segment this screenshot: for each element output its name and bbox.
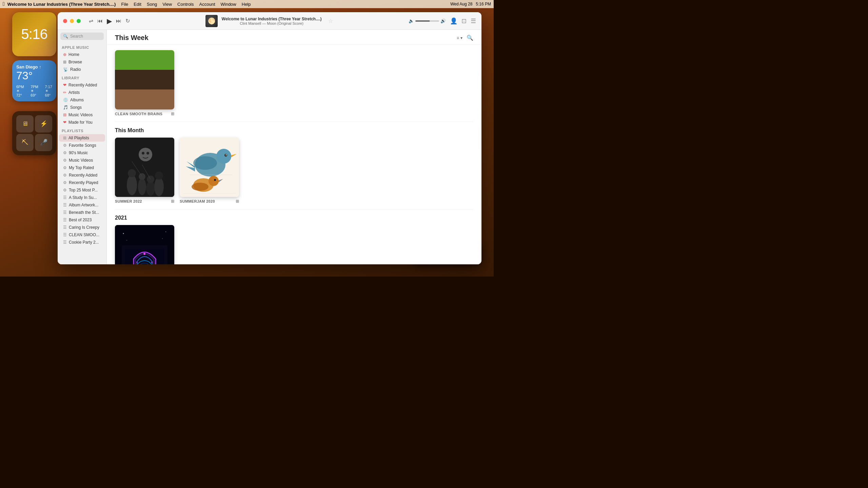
menubar:  Welcome to Lunar Industries (Three Yea… [0, 0, 494, 8]
sidebar-item-all-playlists[interactable]: ⊞ All Playlists [59, 134, 105, 142]
miniplayer-button[interactable]: ⊡ [461, 17, 467, 25]
sidebar-item-recently-added[interactable]: ❤ Recently Added [59, 81, 105, 89]
search-button[interactable]: 🔍 [467, 35, 473, 41]
menubar-right: Wed Aug 28 5:16 PM [450, 2, 491, 6]
account-button[interactable]: 👤 [450, 17, 457, 25]
menu-window[interactable]: Window [221, 2, 236, 7]
sidebar-item-radio[interactable]: 📡 Radio [59, 66, 105, 73]
shuffle-button[interactable]: ⇌ [89, 18, 93, 24]
top-25-icon: ⚙ [63, 188, 67, 192]
sidebar-item-browse[interactable]: ⊞ Browse [59, 58, 105, 66]
summer-2022-label: Summer 2022 ⊞ [115, 199, 174, 204]
window-titlebar: ⇌ ⏮ ▶ ⏭ ↻ 🌕 Welcome to Lunar Industries … [58, 12, 481, 30]
menu-edit[interactable]: Edit [134, 2, 141, 7]
svg-point-18 [193, 156, 217, 170]
sidebar-item-cookie-party-label: Cookie Party 2... [69, 240, 99, 245]
next-button[interactable]: ⏭ [116, 18, 121, 24]
queue-button[interactable]: ☰ [471, 17, 476, 25]
songs-icon: 🎵 [63, 105, 68, 110]
apple-menu[interactable]:  [3, 1, 5, 7]
svg-point-38 [136, 262, 138, 263]
playlist-options-icon[interactable]: ⊞ [171, 111, 174, 116]
summer-2022-options-icon[interactable]: ⊞ [171, 199, 174, 204]
clean-smooth-brains-card[interactable]: CLEAN SMOOTH BRAINS ⊞ [115, 50, 174, 116]
summerjam-options-icon[interactable]: ⊞ [236, 199, 239, 204]
beneath-icon: ☰ [63, 210, 67, 215]
widget-btn-3[interactable]: ⛏ [16, 134, 34, 151]
sidebar-item-made-for-you[interactable]: ❤ Made for You [59, 119, 105, 126]
sidebar-item-radio-label: Radio [70, 67, 81, 72]
sidebar-item-clean-smoo[interactable]: ☰ CLEAN SMOO... [59, 231, 105, 239]
sidebar-item-music-videos-label: Music Videos [68, 113, 93, 117]
svg-point-9 [139, 148, 152, 161]
mv-playlist-icon: ⚙ [63, 158, 67, 163]
prev-button[interactable]: ⏮ [97, 18, 103, 24]
sidebar-item-recently-added-pl[interactable]: ⚙ Recently Added [59, 171, 105, 179]
widget-btn-1[interactable]: 🖥 [16, 115, 34, 133]
menu-controls[interactable]: Controls [177, 2, 194, 7]
sidebar-item-music-videos[interactable]: ⊞ Music Videos [59, 111, 105, 119]
summer-2022-artwork [115, 138, 174, 197]
artists-icon: ✏ [63, 90, 66, 95]
all-playlists-icon: ⊞ [63, 136, 66, 140]
sidebar-item-my-top-rated-label: My Top Rated [69, 165, 94, 170]
sidebar-item-cookie-party[interactable]: ☰ Cookie Party 2... [59, 239, 105, 246]
sidebar-item-home-label: Home [68, 52, 79, 57]
widget-btn-2[interactable]: ⚡ [35, 115, 52, 133]
clean-smoo-icon: ☰ [63, 232, 67, 237]
transport-controls: ⇌ ⏮ ▶ ⏭ ↻ [89, 17, 130, 25]
sidebar-item-album-artwork[interactable]: ☰ Album Artwork... [59, 201, 105, 209]
volume-slider[interactable] [415, 20, 439, 22]
svg-point-7 [154, 177, 164, 196]
sidebar-item-favorite-songs[interactable]: ⚙ Favorite Songs [59, 142, 105, 149]
sidebar-item-90s-music[interactable]: ⚙ 90's Music [59, 149, 105, 157]
sidebar-item-music-videos-playlist-label: Music Videos [69, 158, 93, 163]
sidebar-item-best-of-2023[interactable]: ☰ Best of 2023 [59, 216, 105, 224]
menu-file[interactable]: File [121, 2, 128, 7]
fullscreen-button[interactable] [77, 19, 81, 23]
sidebar-item-home[interactable]: ⊕ Home [59, 51, 105, 58]
playlists-section-label: Playlists [58, 126, 106, 134]
widget-btn-4[interactable]: 🎤 [35, 134, 52, 151]
sidebar-item-albums[interactable]: 💿 Albums [59, 96, 105, 104]
clock-widget: 5:16 [12, 12, 56, 56]
caring-icon: ☰ [63, 225, 67, 230]
sidebar-item-beneath[interactable]: ☰ Beneath the St... [59, 209, 105, 216]
summer-2022-card[interactable]: Summer 2022 ⊞ [115, 138, 174, 204]
filter-button[interactable]: ≡ ▾ [457, 36, 462, 40]
svg-point-5 [146, 181, 155, 196]
menu-account[interactable]: Account [199, 2, 215, 7]
menu-view[interactable]: View [162, 2, 172, 7]
content-title: This Week [115, 34, 149, 42]
sidebar-item-favorite-songs-label: Favorite Songs [69, 143, 96, 148]
repeat-button[interactable]: ↻ [125, 18, 130, 24]
2021-grid [115, 225, 473, 264]
sidebar-item-caring-is-creepy[interactable]: ☰ Caring Is Creepy [59, 224, 105, 231]
sidebar-item-my-top-rated[interactable]: ⚙ My Top Rated [59, 164, 105, 171]
play-button[interactable]: ▶ [107, 17, 112, 25]
apple-music-section-label: Apple Music [58, 43, 106, 51]
svg-point-1 [127, 175, 137, 195]
sidebar-item-recently-played[interactable]: ⚙ Recently Played [59, 179, 105, 186]
close-button[interactable] [63, 19, 67, 23]
menu-song[interactable]: Song [147, 2, 157, 7]
sidebar-item-songs[interactable]: 🎵 Songs [59, 104, 105, 111]
sidebar-item-music-videos-playlist[interactable]: ⚙ Music Videos [59, 157, 105, 164]
summerjam-artwork [180, 138, 239, 197]
clean-smooth-name: CLEAN SMOOTH BRAINS [115, 112, 162, 116]
main-content: This Week ≡ ▾ 🔍 CLEAN SMOOTH B [107, 30, 481, 264]
minimize-button[interactable] [70, 19, 74, 23]
search-bar[interactable]: 🔍 Search [60, 33, 104, 40]
sidebar-item-artists[interactable]: ✏ Artists [59, 89, 105, 96]
clean-smooth-artwork [115, 50, 174, 109]
summerjam-2020-card[interactable]: SUMMERJAM 2020 ⊞ [180, 138, 239, 204]
favorite-star[interactable]: ☆ [328, 18, 333, 24]
this-month-grid: Summer 2022 ⊞ [115, 138, 473, 204]
sidebar-item-study[interactable]: ☰ A Study In Su... [59, 194, 105, 201]
menu-help[interactable]: Help [242, 2, 251, 7]
sidebar-item-top-25[interactable]: ⚙ Top 25 Most P... [59, 186, 105, 194]
clock-time: 5:16 [21, 26, 47, 42]
2021-card[interactable] [115, 225, 174, 264]
sidebar-item-recently-played-label: Recently Played [69, 180, 98, 185]
home-icon: ⊕ [63, 52, 66, 57]
